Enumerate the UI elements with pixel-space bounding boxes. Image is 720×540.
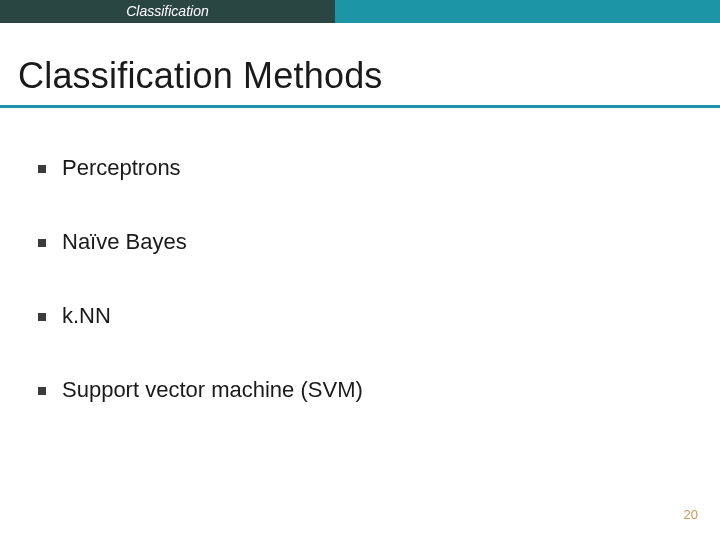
bullet-list: Perceptrons Naïve Bayes k.NN Support vec… <box>38 155 680 451</box>
header-tab-label: Classification <box>126 3 208 19</box>
bullet-square-icon <box>38 313 46 321</box>
list-item-label: k.NN <box>62 303 111 329</box>
slide-title: Classification Methods <box>18 55 383 97</box>
list-item-label: Perceptrons <box>62 155 181 181</box>
list-item-label: Support vector machine (SVM) <box>62 377 363 403</box>
bullet-square-icon <box>38 239 46 247</box>
title-underline <box>0 105 720 108</box>
bullet-square-icon <box>38 387 46 395</box>
header-tab: Classification <box>0 0 335 23</box>
list-item: k.NN <box>38 303 680 329</box>
bullet-square-icon <box>38 165 46 173</box>
list-item: Perceptrons <box>38 155 680 181</box>
list-item: Naïve Bayes <box>38 229 680 255</box>
page-number: 20 <box>684 507 698 522</box>
list-item-label: Naïve Bayes <box>62 229 187 255</box>
list-item: Support vector machine (SVM) <box>38 377 680 403</box>
